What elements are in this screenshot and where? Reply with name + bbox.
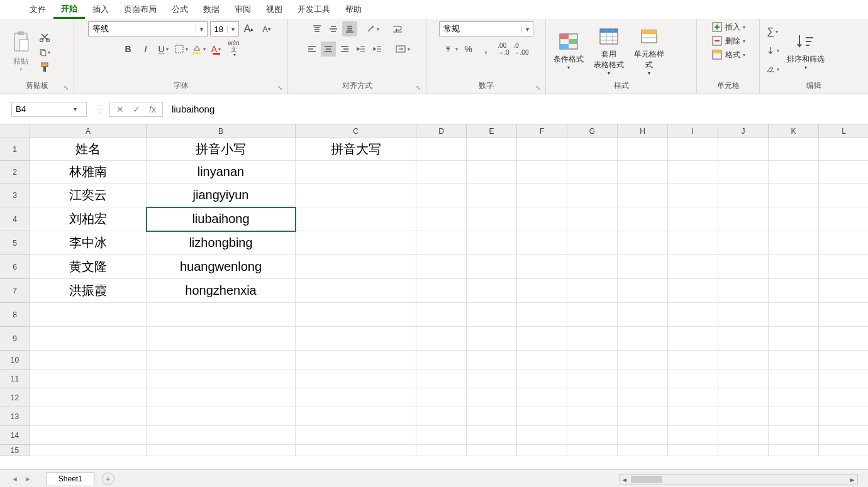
cell-C6[interactable] bbox=[296, 255, 416, 279]
cell-D9[interactable] bbox=[416, 327, 467, 351]
merge-button[interactable]: ▾ bbox=[395, 41, 410, 57]
cell-I10[interactable] bbox=[668, 351, 718, 369]
cell-H1[interactable] bbox=[618, 138, 668, 161]
cell-I5[interactable] bbox=[668, 231, 718, 255]
cell-G13[interactable] bbox=[567, 407, 618, 426]
conditional-format-button[interactable]: 条件格式▾ bbox=[551, 30, 586, 70]
cell-D6[interactable] bbox=[416, 255, 467, 279]
border-button[interactable]: ▾ bbox=[174, 41, 189, 57]
cell-G6[interactable] bbox=[567, 255, 618, 279]
cell-F15[interactable] bbox=[517, 445, 567, 456]
cell-A4[interactable]: 刘柏宏 bbox=[30, 207, 147, 231]
cell-G10[interactable] bbox=[567, 351, 618, 369]
row-header-14[interactable]: 14 bbox=[0, 426, 30, 445]
row-header-9[interactable]: 9 bbox=[0, 327, 30, 351]
row-header-5[interactable]: 5 bbox=[0, 231, 30, 255]
cell-J8[interactable] bbox=[718, 303, 769, 327]
cell-C4[interactable] bbox=[296, 207, 416, 231]
cell-D8[interactable] bbox=[416, 303, 467, 327]
sheet-tab[interactable]: Sheet1 bbox=[47, 472, 94, 485]
formula-input[interactable] bbox=[163, 102, 868, 117]
spreadsheet-grid[interactable]: ABCDEFGHIJKL 123456789101112131415 姓名拼音小… bbox=[0, 124, 868, 457]
cell-F7[interactable] bbox=[517, 279, 567, 303]
cell-G5[interactable] bbox=[567, 231, 618, 255]
cell-H3[interactable] bbox=[618, 183, 668, 207]
menu-item-3[interactable]: 页面布局 bbox=[116, 1, 164, 18]
cell-L5[interactable] bbox=[819, 231, 868, 255]
cell-A9[interactable] bbox=[30, 327, 147, 351]
cell-H12[interactable] bbox=[618, 388, 668, 407]
cell-H9[interactable] bbox=[618, 327, 668, 351]
cell-G8[interactable] bbox=[567, 303, 618, 327]
cell-I14[interactable] bbox=[668, 426, 718, 445]
cell-B11[interactable] bbox=[147, 369, 296, 388]
autosum-button[interactable]: ∑▾ bbox=[765, 24, 780, 39]
phonetic-button[interactable]: wén文▾ bbox=[226, 41, 242, 57]
cell-B8[interactable] bbox=[147, 303, 296, 327]
col-header-A[interactable]: A bbox=[30, 124, 147, 138]
alignment-launcher[interactable]: ⤡ bbox=[416, 84, 421, 91]
cell-H11[interactable] bbox=[618, 369, 668, 388]
cell-B5[interactable]: lizhongbing bbox=[147, 231, 296, 255]
number-format-combo[interactable]: ▾ bbox=[439, 21, 533, 36]
cell-K5[interactable] bbox=[769, 231, 819, 255]
cell-L14[interactable] bbox=[819, 426, 868, 445]
cell-L1[interactable] bbox=[819, 138, 868, 161]
cell-E5[interactable] bbox=[467, 231, 517, 255]
col-header-I[interactable]: I bbox=[668, 124, 718, 138]
cell-L7[interactable] bbox=[819, 279, 868, 303]
cell-A1[interactable]: 姓名 bbox=[30, 138, 147, 161]
cell-L15[interactable] bbox=[819, 445, 868, 456]
cell-D14[interactable] bbox=[416, 426, 467, 445]
col-header-G[interactable]: G bbox=[567, 124, 618, 138]
cell-F2[interactable] bbox=[517, 161, 567, 183]
cell-A8[interactable] bbox=[30, 303, 147, 327]
cell-E11[interactable] bbox=[467, 369, 517, 388]
cell-B2[interactable]: linyanan bbox=[147, 161, 296, 183]
cell-C9[interactable] bbox=[296, 327, 416, 351]
cell-K4[interactable] bbox=[769, 207, 819, 231]
cell-K12[interactable] bbox=[769, 388, 819, 407]
format-table-button[interactable]: 套用 表格格式▾ bbox=[591, 25, 626, 76]
cell-H14[interactable] bbox=[618, 426, 668, 445]
cell-I9[interactable] bbox=[668, 327, 718, 351]
add-sheet-button[interactable]: + bbox=[102, 473, 114, 485]
cell-A3[interactable]: 江奕云 bbox=[30, 183, 147, 207]
decrease-font-button[interactable]: A▾ bbox=[259, 21, 274, 36]
cell-G12[interactable] bbox=[567, 388, 618, 407]
delete-cells-button[interactable]: 删除▾ bbox=[711, 35, 745, 47]
paste-button[interactable]: 粘贴 ▾ bbox=[5, 28, 36, 72]
cell-K7[interactable] bbox=[769, 279, 819, 303]
cell-B7[interactable]: hongzhenxia bbox=[147, 279, 296, 303]
cell-I4[interactable] bbox=[668, 207, 718, 231]
cell-K8[interactable] bbox=[769, 303, 819, 327]
cell-F11[interactable] bbox=[517, 369, 567, 388]
bold-button[interactable]: B bbox=[121, 41, 136, 57]
menu-item-7[interactable]: 视图 bbox=[259, 1, 290, 18]
cell-H7[interactable] bbox=[618, 279, 668, 303]
row-header-4[interactable]: 4 bbox=[0, 207, 30, 231]
cell-B9[interactable] bbox=[147, 327, 296, 351]
cell-E14[interactable] bbox=[467, 426, 517, 445]
cell-F6[interactable] bbox=[517, 255, 567, 279]
cell-G14[interactable] bbox=[567, 426, 618, 445]
cell-I15[interactable] bbox=[668, 445, 718, 456]
cell-K9[interactable] bbox=[769, 327, 819, 351]
cell-A12[interactable] bbox=[30, 388, 147, 407]
copy-button[interactable]: ▾ bbox=[39, 47, 50, 58]
cell-C12[interactable] bbox=[296, 388, 416, 407]
decrease-indent-button[interactable] bbox=[353, 41, 369, 57]
cell-H4[interactable] bbox=[618, 207, 668, 231]
cell-B4[interactable]: liubaihong bbox=[147, 207, 296, 231]
confirm-icon[interactable]: ✓ bbox=[133, 104, 140, 114]
cell-H10[interactable] bbox=[618, 351, 668, 369]
cell-E15[interactable] bbox=[467, 445, 517, 456]
row-header-2[interactable]: 2 bbox=[0, 161, 30, 183]
cell-C11[interactable] bbox=[296, 369, 416, 388]
cell-J7[interactable] bbox=[718, 279, 769, 303]
cell-C2[interactable] bbox=[296, 161, 416, 183]
sheet-nav-prev[interactable]: ◄ bbox=[11, 475, 18, 483]
horizontal-scrollbar[interactable]: ◄► bbox=[619, 474, 858, 484]
cell-B3[interactable]: jiangyiyun bbox=[147, 183, 296, 207]
cell-J4[interactable] bbox=[718, 207, 769, 231]
